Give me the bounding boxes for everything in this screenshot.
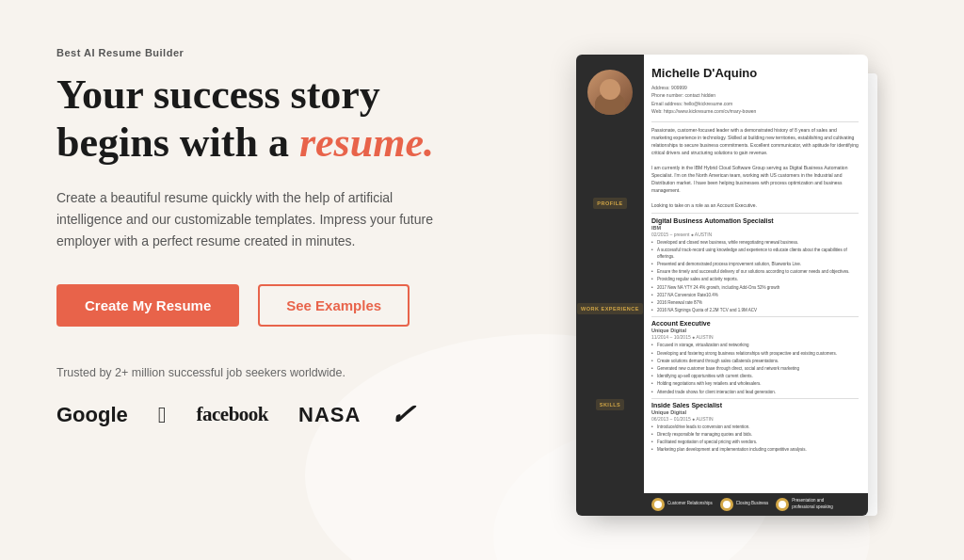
headline: Your success story begins with a resume. (56, 72, 461, 167)
job-1-bullet-6: 2017 New NA YTY 24.4% growth, including … (651, 284, 859, 291)
skill-3-icon-inner (779, 501, 786, 508)
job-2-bullet-3: Create solutions demand through sales ca… (651, 358, 859, 364)
job-3-bullet-1: Introduce/drive leads to conversion and … (651, 424, 859, 430)
job-1-title: Digital Business Automation Specialist (651, 217, 859, 224)
profile-p3: Looking to take on a role as an Account … (651, 202, 757, 208)
job-3-bullet-2: Directly responsible for managing quotes… (651, 431, 859, 438)
job-1-bullet-3: Presented and demonstrated process impro… (651, 261, 859, 267)
resume-email: Email address: hello@kickresume.com (651, 100, 859, 108)
job-2: Account Executive Unique Digital 11/2014… (651, 320, 859, 394)
skill-2-text: Closing Business (736, 501, 769, 506)
profile-label: PROFILE (593, 198, 626, 209)
profile-section-text: Passionate, customer-focused leader with… (651, 126, 859, 209)
cta-buttons: Create My Resume See Examples (56, 284, 461, 327)
skill-3: Presentation and professional speaking (776, 498, 839, 511)
job-1-bullet-8: 2016 Renewal rate 87% (651, 299, 859, 306)
job-2-title: Account Executive (651, 320, 859, 327)
nasa-logo: NASA (298, 403, 361, 427)
job-2-bullet-5: Identifying up-sell opportunities with c… (651, 373, 859, 379)
job-1-bullet-5: Providing regular sales and activity rep… (651, 276, 859, 282)
skills-label: SKILLS (596, 399, 625, 410)
job-1-bullet-7: 2017 NA Conversion Rate10.4% (651, 292, 859, 298)
resume-web: Web: https://www.kickresume.com/cv/mary-… (651, 107, 859, 116)
job-1-company: IBM (651, 225, 859, 231)
job-2-bullet-7: Attended trade shows for client interact… (651, 389, 859, 395)
job-3-company: Unique Digital (651, 409, 859, 415)
divider-3 (651, 316, 859, 317)
work-label: WORK EXPERIENCE (577, 303, 643, 314)
job-1: Digital Business Automation Specialist I… (651, 217, 859, 314)
resume-address: Address: 909999 (651, 84, 859, 92)
job-2-company: Unique Digital (651, 328, 859, 333)
job-2-bullet-2: Developing and fostering strong business… (651, 350, 859, 357)
see-examples-button[interactable]: See Examples (258, 284, 410, 327)
job-3: Inside Sales Specialist Unique Digital 0… (651, 402, 859, 454)
skill-1-text: Customer Relationships (667, 501, 713, 506)
job-3-dates: 06/2013 – 01/2015 ● AUSTIN (651, 416, 859, 422)
headline-line2: begins with a (56, 120, 289, 166)
description: Create a beautiful resume quickly with t… (56, 187, 452, 252)
headline-highlight: resume. (299, 120, 434, 166)
apple-logo:  (158, 402, 167, 428)
google-logo: Google (56, 403, 128, 427)
brand-logos-row: Google  facebook NASA ✓ (56, 398, 461, 431)
skill-2: Closing Business (720, 498, 769, 511)
skill-1-icon (651, 498, 665, 511)
left-panel: Best AI Resume Builder Your success stor… (0, 0, 508, 560)
nike-logo: ✓ (388, 398, 417, 431)
skill-1: Customer Relationships (651, 498, 713, 511)
divider-4 (651, 398, 859, 399)
skill-2-icon-inner (723, 501, 731, 508)
create-resume-button[interactable]: Create My Resume (56, 284, 239, 327)
resume-wrapper: PROFILE WORK EXPERIENCE SKILLS Michelle … (576, 55, 896, 535)
job-1-bullet-4: Ensure the timely and successful deliver… (651, 268, 859, 275)
skill-2-icon (720, 498, 733, 511)
skill-3-icon (776, 498, 789, 511)
social-proof-text: Trusted by 2+ million successful job see… (56, 366, 461, 379)
divider-2 (651, 213, 859, 214)
job-1-bullet-1: Developed and closed new business, while… (651, 239, 859, 246)
skills-bar: Customer Relationships Closing Business (644, 493, 868, 516)
profile-p1: Passionate, customer-focused leader with… (651, 127, 859, 155)
resume-phone: Phone number: contact hidden (651, 91, 859, 100)
job-2-bullet-6: Holding negotiations with key retailers … (651, 380, 859, 387)
avatar (587, 70, 633, 115)
job-1-bullet-9: 2016 NA Signings Quota of 2.2M TCV and 1… (651, 307, 859, 313)
job-1-bullet-2: A successful track-record using knowledg… (651, 247, 859, 260)
job-3-title: Inside Sales Specialist (651, 402, 859, 408)
facebook-logo: facebook (197, 403, 269, 426)
resume-card: PROFILE WORK EXPERIENCE SKILLS Michelle … (576, 55, 868, 516)
resume-contact: Address: 909999 Phone number: contact hi… (651, 84, 859, 116)
tagline: Best AI Resume Builder (56, 47, 461, 58)
job-2-dates: 11/2014 – 10/2015 ● AUSTIN (651, 334, 859, 340)
job-3-bullet-4: Marketing plan development and implement… (651, 446, 859, 453)
job-2-bullet-4: Generated new customer base through dire… (651, 365, 859, 372)
skill-3-text: Presentation and professional speaking (792, 498, 839, 510)
job-2-bullet-1: Focused in storage, virtualization and n… (651, 342, 859, 348)
skill-1-icon-inner (654, 501, 662, 508)
resume-preview-area: PROFILE WORK EXPERIENCE SKILLS Michelle … (508, 0, 964, 560)
resume-main-content: Michelle D'Aquino Address: 909999 Phone … (644, 55, 868, 493)
headline-line1: Your success story (56, 72, 380, 118)
job-3-bullet-3: Facilitated negotiation of special prici… (651, 439, 859, 445)
job-1-dates: 02/2015 – present ● AUSTIN (651, 232, 859, 237)
resume-sidebar: PROFILE WORK EXPERIENCE SKILLS (576, 55, 644, 516)
profile-p2: I am currently in the IBM Hybrid Cloud S… (651, 165, 847, 193)
resume-name: Michelle D'Aquino (651, 66, 859, 80)
divider-1 (651, 121, 859, 122)
